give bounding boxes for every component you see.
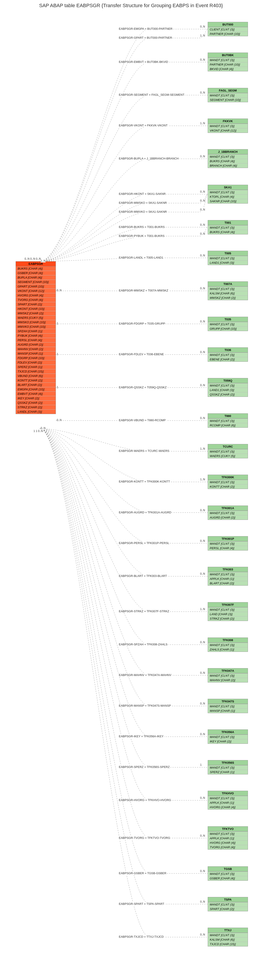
relationship-label: EABPSGR-TVORG = TFKTVO-TVORG xyxy=(118,836,170,840)
entity-field: HVORG [CHAR (4)] xyxy=(208,805,248,809)
entity-field: IKEY [CHAR (2)] xyxy=(208,739,248,743)
entity-field: BLART [CHAR (2)] xyxy=(208,581,248,585)
entity-header: BUT0BK xyxy=(208,53,248,58)
cardinality-right: 0..N xyxy=(200,58,205,61)
entity-field: BUPLA [CHAR (4)] xyxy=(16,275,55,280)
entity-tfk047a: TFK047AMANDT [CLNT (3)]MAHNV [CHAR (2)] xyxy=(208,668,248,682)
cardinality-right: 1..N xyxy=(200,34,205,37)
entity-t036: T036MANDT [CLNT (3)]EBENE [CHAR (2)] xyxy=(208,347,248,362)
entity-ska1: SKA1MANDT [CLNT (3)]KTOPL [CHAR (4)]SAKN… xyxy=(208,185,248,204)
relationship-label: EABPSGR-HKONT = SKA1-SAKNR xyxy=(118,192,166,196)
entity-field: KTOPL [CHAR (4)] xyxy=(208,194,248,199)
entity-field: PYBUK [CHAR (4)] xyxy=(16,333,55,338)
entity-tfk000k: TFK000KMANDT [CLNT (3)]KONTT [CHAR (2)] xyxy=(208,475,248,489)
entity-field: GRUPP [CHAR (10)] xyxy=(208,326,248,331)
cardinality-right: 0..N xyxy=(200,870,205,873)
entity-tgsb: TGSBMANDT [CLNT (3)]GSBER [CHAR (4)] xyxy=(208,866,248,881)
entity-field: KALSM [CHAR (6)] xyxy=(208,291,248,296)
entity-field: BRANCH [CHAR (4)] xyxy=(208,163,248,168)
relationship-label: EABPSGR-FDGRP = T035-GRUPP xyxy=(118,322,166,325)
cardinality-right: 1..N xyxy=(200,122,205,125)
entity-header: TSPA xyxy=(208,897,248,902)
entity-header: TCURC xyxy=(208,444,248,449)
relationship-label: EABPSGR-FDLEV = T036-EBENE xyxy=(118,353,164,356)
entity-but0bk: BUT0BKMANDT [CLNT (3)]PARTNER [CHAR (10)… xyxy=(208,52,248,72)
entity-field: VKONT [CHAR (12)] xyxy=(16,289,55,293)
entity-field: PERSL [CHAR (4)] xyxy=(208,546,248,550)
relationship-label: EABPSGR-TXJCD = TTXJ-TXJCD xyxy=(118,935,164,939)
entity-field: WAERS [CUKY (5)] xyxy=(208,453,248,458)
entity-field: APPLK [CHAR (1)] xyxy=(208,800,248,805)
relationship-label: EABPSGR-MANSP = TFK047S-MANSP xyxy=(118,704,171,707)
entity-header: T001 xyxy=(208,220,248,225)
entity-header: TFK007F xyxy=(208,602,248,607)
entity-field: BUKRS [CHAR (4)] xyxy=(16,266,55,270)
cardinality-right: 0..N xyxy=(200,91,205,94)
entity-header: FAGL_SEGM xyxy=(208,88,248,93)
entity-header: TGSB xyxy=(208,867,248,872)
relationship-label: EABPSGR-GPART = BUT000-PARTNER xyxy=(118,36,172,39)
relationship-label: EABPSGR-BUPLA = J_1BBRANCH-BRANCH xyxy=(118,157,179,160)
relationship-label: EABPSGR-SPART = TSPA-SPART xyxy=(118,902,165,905)
relationship-label: EABPSGR-SPERZ = TFK056S-SPERZ xyxy=(118,765,170,768)
cardinality-left: 1 xyxy=(57,322,58,325)
entity-field: MANDT [CLNT (3)] xyxy=(208,704,248,708)
relationship-label: EABPSGR-EMGPA = BUT000-PARTNER xyxy=(118,27,173,30)
cardinality-right: 0..N xyxy=(200,702,205,705)
relationship-label: EABPSGR-BUKRS = T001-BUKRS xyxy=(118,225,165,229)
entity-field: SEGMENT [CHAR (10)] xyxy=(16,280,55,284)
entity-header: EABPSGR xyxy=(16,261,55,266)
relationship-label: EABPSGR-SEGMENT = FAGL_SEGM-SEGMENT xyxy=(118,93,185,96)
entity-field: MANDT [CLNT (3)] xyxy=(208,541,248,546)
entity-field: EMBVT [CHAR (4)] xyxy=(16,391,55,396)
entity-field: MWSKZ [CHAR (2)] xyxy=(208,296,248,300)
entity-field: MANDT [CLNT (3)] xyxy=(208,765,248,770)
entity-field: EMGPA [CHAR (10)] xyxy=(16,387,55,391)
entity-field: TXJCD [CHAR (15)] xyxy=(208,942,248,946)
entity-field: QSSKZ [CHAR (2)] xyxy=(208,392,248,397)
entity-field: MAHNV [CHAR (2)] xyxy=(16,347,55,351)
cardinality-right: 0..N xyxy=(200,641,205,644)
entity-field: BKVID [CHAR (4)] xyxy=(208,67,248,71)
cardinality-cluster-bottom: 1 1 0..N xyxy=(33,430,43,433)
cardinality-right: 0..N xyxy=(200,287,205,290)
entity-field: SPART [CHAR (2)] xyxy=(16,302,55,307)
entity-field: MANDT [CLNT (3)] xyxy=(208,673,248,678)
entity-t035: T035MANDT [CLNT (3)]GRUPP [CHAR (10)] xyxy=(208,317,248,331)
entity-field: GSBER [CHAR (4)] xyxy=(208,876,248,880)
entity-field: MANDT [CLNT (3)] xyxy=(208,353,248,357)
entity-tfk056a: TFK056AMANDT [CLNT (3)]IKEY [CHAR (2)] xyxy=(208,729,248,744)
entity-field: MANDT [CLNT (3)] xyxy=(208,480,248,484)
entity-tfk003: TFK003MANDT [CLNT (3)]APPLK [CHAR (1)]BL… xyxy=(208,567,248,585)
cardinality-right: 0..N xyxy=(200,383,205,387)
relationship-label: EABPSGR-VBUND = T880-RCOMP xyxy=(118,418,166,422)
entity-field: MWSKO [CHAR (10)] xyxy=(16,320,55,325)
entity-tfk001p: TFK001PMANDT [CLNT (3)]PERSL [CHAR (4)] xyxy=(208,536,248,550)
entity-field: TVORG [CHAR (4)] xyxy=(16,298,55,302)
entity-t007a: T007AMANDT [CLNT (3)]KALSM [CHAR (6)]MWS… xyxy=(208,282,248,300)
entity-field: RCOMP [CHAR (6)] xyxy=(208,423,248,428)
entity-field: MANDT [CLNT (3)] xyxy=(208,735,248,739)
relationship-label: EABPSGR-MAHNV = TFK047A-MAHNV xyxy=(118,673,172,677)
entity-field: MANDT [CLNT (3)] xyxy=(208,511,248,515)
entity-ttxj: TTXJMANDT [CLNT (3)]KALSM [CHAR (6)]TXJC… xyxy=(208,928,248,947)
entity-field: TXJCD [CHAR (15)] xyxy=(16,369,55,374)
entity-t005: T005MANDT [CLNT (3)]LAND1 [CHAR (3)] xyxy=(208,251,248,265)
entity-tfk007f: TFK007FMANDT [CLNT (3)]LAND [CHAR (3)]ST… xyxy=(208,602,248,621)
cardinality-right: 0..N xyxy=(200,208,205,211)
entity-field: MANSP [CHAR (1)] xyxy=(16,351,55,356)
entity-header: T036 xyxy=(208,348,248,353)
entity-tfktvo: TFKTVOMANDT [CLNT (3)]APPLK [CHAR (1)]HV… xyxy=(208,826,248,850)
entity-header: TFK056A xyxy=(208,730,248,735)
entity-field: MANSP [CHAR (1)] xyxy=(208,708,248,713)
relationship-label: EABPSGR-HVORG = TFKHVO-HVORG xyxy=(118,799,172,802)
cardinality-right: 0..N xyxy=(200,572,205,575)
entity-field: APPLK [CHAR (1)] xyxy=(208,576,248,581)
entity-field: APPLK [CHAR (1)] xyxy=(208,836,248,840)
entity-header: TFK047A xyxy=(208,668,248,673)
entity-header: TFK001P xyxy=(208,536,248,541)
entity-field: MANDT [CLNT (3)] xyxy=(208,190,248,194)
cardinality-right: 1..N xyxy=(200,608,205,611)
entity-field: MANDT [CLNT (3)] xyxy=(208,872,248,876)
relationship-label: EABPSGR-PYBUK = T001-BUKRS xyxy=(118,234,165,237)
